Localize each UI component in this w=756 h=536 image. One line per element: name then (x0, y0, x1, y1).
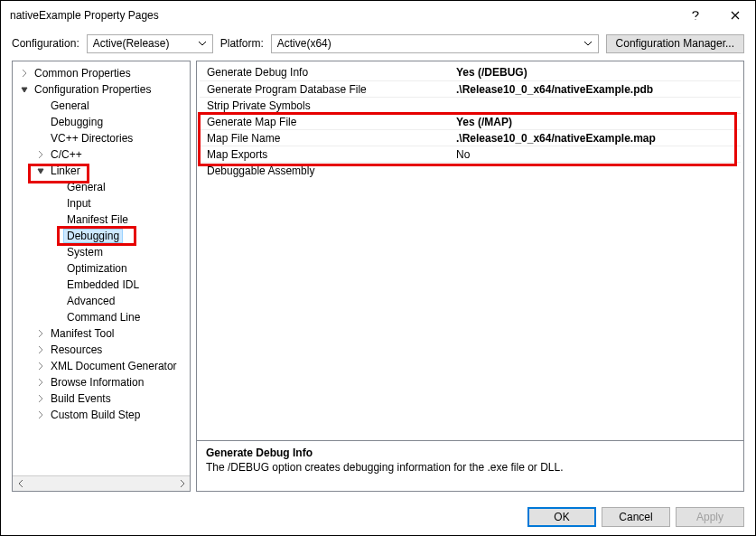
dialog-button-row: OK Cancel Apply (1, 499, 755, 535)
chevron-right-icon (34, 411, 47, 418)
platform-combo[interactable]: Active(x64) (271, 34, 599, 53)
chevron-right-icon (34, 346, 47, 353)
description-title: Generate Debug Info (206, 447, 734, 459)
tree-item-manifest-tool[interactable]: Manifest Tool (13, 325, 190, 342)
close-button[interactable] (715, 1, 755, 30)
tree-item-common-properties[interactable]: Common Properties (13, 65, 190, 81)
description-panel: Generate Debug Info The /DEBUG option cr… (197, 440, 743, 491)
tree-item-vcpp-directories[interactable]: VC++ Directories (13, 130, 190, 146)
property-label: Generate Debug Info (200, 66, 453, 79)
property-grid[interactable]: Generate Debug InfoYes (/DEBUG) Generate… (197, 61, 743, 440)
property-row[interactable]: Strip Private Symbols (200, 97, 741, 113)
tree-item-browse-information[interactable]: Browse Information (13, 374, 190, 390)
property-label: Generate Map File (200, 116, 453, 128)
property-value[interactable]: .\Release10_0_x64/nativeExample.map (453, 132, 741, 145)
scroll-right-icon[interactable] (174, 476, 190, 492)
cancel-button[interactable]: Cancel (602, 507, 670, 527)
configuration-manager-button[interactable]: Configuration Manager... (606, 34, 744, 53)
chevron-down-icon (34, 167, 47, 174)
chevron-right-icon (34, 151, 47, 158)
property-value[interactable]: No (453, 148, 741, 161)
property-label: Map Exports (200, 148, 453, 161)
chevron-down-icon (18, 86, 31, 93)
property-panel: Generate Debug InfoYes (/DEBUG) Generate… (196, 61, 744, 492)
property-value[interactable]: Yes (/MAP) (453, 116, 741, 128)
tree-item-linker-optimization[interactable]: Optimization (13, 260, 190, 277)
property-row[interactable]: Debuggable Assembly (200, 162, 741, 178)
tree-horizontal-scrollbar[interactable] (13, 475, 190, 491)
tree-item-linker-cmdline[interactable]: Command Line (13, 309, 190, 325)
tree-item-linker-embeddedidl[interactable]: Embedded IDL (13, 277, 190, 293)
tree-item-cc[interactable]: C/C++ (13, 146, 190, 163)
tree-item-build-events[interactable]: Build Events (13, 390, 190, 407)
tree-item-linker[interactable]: Linker (13, 163, 190, 179)
apply-button[interactable]: Apply (676, 507, 744, 527)
chevron-down-icon (583, 42, 593, 46)
tree-panel: Common Properties Configuration Properti… (12, 61, 191, 492)
help-button[interactable] (676, 1, 715, 30)
chevron-right-icon (34, 362, 47, 370)
property-row[interactable]: Generate Program Database File.\Release1… (200, 80, 741, 97)
configuration-bar: Configuration: Active(Release) Platform:… (1, 30, 755, 57)
tree-item-xml-doc-gen[interactable]: XML Document Generator (13, 358, 190, 374)
property-value[interactable]: Yes (/DEBUG) (453, 66, 741, 79)
property-label: Generate Program Database File (200, 83, 453, 96)
property-row[interactable]: Map ExportsNo (200, 146, 741, 162)
tree-item-general[interactable]: General (13, 98, 190, 114)
property-tree[interactable]: Common Properties Configuration Properti… (13, 61, 190, 475)
property-label: Strip Private Symbols (200, 99, 453, 112)
title-bar: nativeExample Property Pages (1, 1, 755, 30)
tree-item-linker-manifest[interactable]: Manifest File (13, 212, 190, 228)
configuration-combo[interactable]: Active(Release) (87, 34, 213, 53)
tree-item-linker-advanced[interactable]: Advanced (13, 293, 190, 309)
platform-label: Platform: (220, 37, 264, 50)
chevron-right-icon (34, 330, 47, 337)
property-pages-dialog: nativeExample Property Pages Configurati… (0, 0, 756, 536)
property-value[interactable]: .\Release10_0_x64/nativeExample.pdb (453, 83, 741, 96)
tree-item-linker-system[interactable]: System (13, 244, 190, 260)
tree-item-configuration-properties[interactable]: Configuration Properties (13, 81, 190, 98)
chevron-right-icon (18, 70, 31, 77)
property-row[interactable]: Map File Name.\Release10_0_x64/nativeExa… (200, 129, 741, 146)
main-area: Common Properties Configuration Properti… (1, 57, 755, 499)
scroll-left-icon[interactable] (13, 476, 28, 492)
window-title: nativeExample Property Pages (10, 9, 676, 22)
tree-item-linker-general[interactable]: General (13, 179, 190, 195)
configuration-label: Configuration: (12, 37, 79, 50)
ok-button[interactable]: OK (527, 507, 596, 527)
tree-item-custom-build-step[interactable]: Custom Build Step (13, 407, 190, 423)
tree-item-debugging[interactable]: Debugging (13, 114, 190, 130)
chevron-down-icon (198, 42, 207, 46)
chevron-right-icon (34, 395, 47, 402)
tree-item-linker-input[interactable]: Input (13, 195, 190, 212)
property-row[interactable]: Generate Debug InfoYes (/DEBUG) (200, 64, 741, 80)
description-text: The /DEBUG option creates debugging info… (206, 461, 734, 474)
tree-item-resources[interactable]: Resources (13, 342, 190, 358)
chevron-right-icon (34, 379, 47, 386)
tree-item-linker-debugging[interactable]: Debugging (13, 228, 190, 244)
property-row[interactable]: Generate Map FileYes (/MAP) (200, 113, 741, 129)
property-label: Debuggable Assembly (200, 165, 453, 177)
property-label: Map File Name (200, 132, 453, 145)
